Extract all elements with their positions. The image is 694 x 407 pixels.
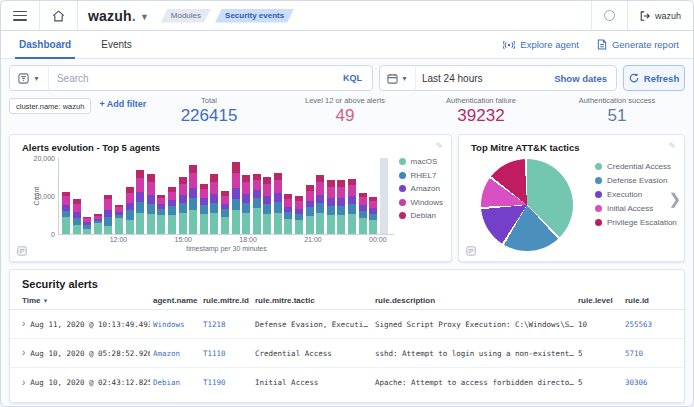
stacked-bar[interactable] <box>327 180 335 234</box>
cell-agent-name[interactable]: Windows <box>153 320 200 329</box>
legend-item-rhel7[interactable]: RHEL7 <box>399 171 443 180</box>
stacked-bar[interactable] <box>221 191 229 234</box>
legend-label: RHEL7 <box>411 171 437 180</box>
stacked-bar[interactable] <box>210 174 218 234</box>
stacked-bar[interactable] <box>274 172 282 234</box>
stacked-bar[interactable] <box>369 197 377 234</box>
expand-row-icon[interactable]: › <box>22 378 25 388</box>
inspect-panel-icon[interactable] <box>17 246 27 256</box>
show-dates-button[interactable]: Show dates <box>545 73 616 84</box>
column-header-rule-mitre-tactic[interactable]: rule.mitre.tactic <box>255 296 372 305</box>
cell-rule-id[interactable]: 30306 <box>625 378 672 387</box>
y-tick-label: 20,000 <box>34 155 55 162</box>
stacked-bar[interactable] <box>168 187 176 235</box>
tab-events[interactable]: Events <box>97 31 136 58</box>
stacked-bar[interactable] <box>94 214 102 234</box>
stacked-bar[interactable] <box>337 180 345 234</box>
mitre-tactics-pie[interactable] <box>481 159 573 251</box>
stacked-bar[interactable] <box>83 217 91 234</box>
legend-item-windows[interactable]: Windows <box>399 198 443 207</box>
expand-row-icon[interactable]: › <box>22 319 25 329</box>
stacked-bar[interactable] <box>348 179 356 234</box>
stacked-bar[interactable] <box>179 177 187 234</box>
time-range-value[interactable]: Last 24 hours <box>416 73 545 84</box>
cell-rule-id[interactable]: 255563 <box>625 320 672 329</box>
status-indicator-button[interactable] <box>591 1 627 30</box>
breadcrumb-security-events[interactable]: Security events <box>215 9 294 23</box>
inspect-panel-icon[interactable] <box>466 246 476 256</box>
calendar-menu-button[interactable]: ▼ <box>380 66 416 90</box>
user-menu-button[interactable]: wazuh <box>627 1 693 30</box>
cell-agent-name[interactable]: Debian <box>153 378 200 387</box>
cell-agent-name[interactable]: Amazon <box>153 349 200 358</box>
refresh-button[interactable]: Refresh <box>623 65 685 91</box>
column-header-rule-mitre-id[interactable]: rule.mitre.id <box>203 296 252 305</box>
expand-row-icon[interactable]: › <box>22 348 25 358</box>
column-header-rule-id[interactable]: rule.id <box>625 296 672 305</box>
legend-dot-icon <box>595 163 602 170</box>
stacked-bar[interactable] <box>189 164 197 234</box>
menu-button[interactable] <box>1 1 40 30</box>
stat-total-value[interactable]: 226415 <box>141 106 277 126</box>
wazuh-logo[interactable]: wazuh. <box>88 8 136 24</box>
legend-item-debian[interactable]: Debian <box>399 211 443 220</box>
generate-report-button[interactable]: Generate report <box>597 39 679 50</box>
stacked-bar[interactable] <box>284 194 292 234</box>
main-content: ▼ Search KQL ▼ Last 24 hours Show dates … <box>1 59 693 403</box>
stat-auth-success-value[interactable]: 51 <box>549 106 685 126</box>
add-filter-button[interactable]: + Add filter <box>99 98 146 109</box>
bar-series <box>59 158 394 234</box>
home-button[interactable] <box>40 1 78 30</box>
stacked-bar[interactable] <box>62 192 70 234</box>
breadcrumb-modules[interactable]: Modules <box>161 9 211 23</box>
stat-auth-success-label: Authentication success <box>549 96 685 105</box>
stat-auth-failure-value[interactable]: 39232 <box>413 106 549 126</box>
legend-item-execution[interactable]: Execution <box>595 190 677 199</box>
stat-total: Total 226415 <box>141 96 277 132</box>
legend-item-privilege-escalation[interactable]: Privilege Escalation <box>595 218 677 227</box>
filter-pill-cluster-name[interactable]: cluster.name: wazuh <box>9 98 91 114</box>
stacked-bar[interactable] <box>316 175 324 234</box>
legend-item-amazon[interactable]: Amazon <box>399 184 443 193</box>
stacked-bar[interactable] <box>242 175 250 234</box>
explore-agent-button[interactable]: Explore agent <box>503 39 579 50</box>
kql-toggle[interactable]: KQL <box>333 73 372 83</box>
tab-dashboard[interactable]: Dashboard <box>15 31 75 58</box>
column-header-time[interactable]: Time▼ <box>22 296 150 305</box>
search-input[interactable]: Search <box>49 73 333 84</box>
stacked-bar[interactable] <box>115 205 123 234</box>
saved-query-menu-button[interactable]: ▼ <box>10 66 49 90</box>
stacked-bar[interactable] <box>232 162 240 234</box>
column-header-agent-name[interactable]: agent.name <box>153 296 200 305</box>
edit-panel-icon[interactable]: ✎ <box>668 141 676 151</box>
cell-rule-mitre-id[interactable]: T1190 <box>203 378 252 387</box>
cell-rule-mitre-id[interactable]: T1110 <box>203 349 252 358</box>
stacked-bar[interactable] <box>73 199 81 234</box>
stacked-bar[interactable] <box>253 174 261 234</box>
stacked-bar[interactable] <box>157 195 165 234</box>
legend-item-defense-evasion[interactable]: Defense Evasion <box>595 176 677 185</box>
stat-level12-value[interactable]: 49 <box>277 106 413 126</box>
stacked-bar[interactable] <box>200 184 208 234</box>
logo-chevron-down-icon[interactable]: ▼ <box>140 12 149 22</box>
edit-panel-icon[interactable]: ✎ <box>435 141 443 151</box>
cell-rule-id[interactable]: 5710 <box>625 349 672 358</box>
cell-rule-mitre-id[interactable]: T1218 <box>203 320 252 329</box>
legend-item-macos[interactable]: macOS <box>399 157 443 166</box>
stacked-bar[interactable] <box>263 177 271 234</box>
legend-item-credential-access[interactable]: Credential Access <box>595 162 677 171</box>
stacked-bar[interactable] <box>104 194 112 234</box>
column-header-rule-level[interactable]: rule.level <box>578 296 622 305</box>
tab-events-label: Events <box>101 39 132 50</box>
stacked-bar[interactable] <box>306 185 314 234</box>
y-tick-label: 0 <box>51 231 55 238</box>
legend-dot-icon <box>399 172 406 179</box>
stacked-bar[interactable] <box>295 196 303 234</box>
column-header-rule-description[interactable]: rule.description <box>375 296 575 305</box>
stacked-bar[interactable] <box>126 187 134 234</box>
stacked-bar[interactable] <box>147 174 155 234</box>
next-panel-chevron-icon[interactable]: ❯ <box>668 191 681 206</box>
stacked-bar[interactable] <box>136 170 144 234</box>
stacked-bar[interactable] <box>359 193 367 234</box>
legend-item-initial-access[interactable]: Initial Access <box>595 204 677 213</box>
